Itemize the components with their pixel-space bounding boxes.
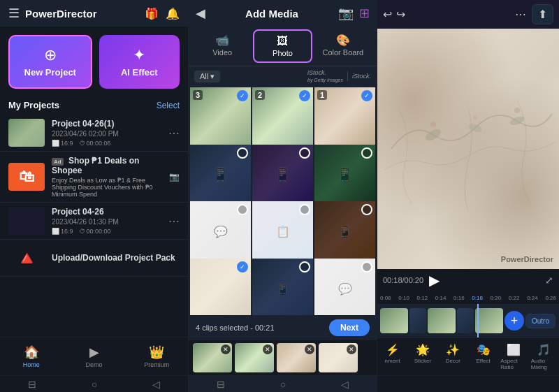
tab-video[interactable]: 📹 Video <box>194 29 250 63</box>
tool-nment[interactable]: ⚡ nment <box>377 341 407 372</box>
clip-thumb[interactable]: ✕ <box>193 343 232 372</box>
project-meta: ⬜ 16:9 ⏱ 00:00:06 <box>52 140 161 147</box>
add-clip-button[interactable]: + <box>504 311 524 331</box>
redo-button[interactable]: ↪ <box>396 8 405 21</box>
cell-checkbox[interactable] <box>299 261 310 273</box>
cell-checkbox[interactable]: ✓ <box>361 90 372 101</box>
clips-info: 4 clips selected - 00:21 <box>196 324 275 332</box>
cell-checkbox[interactable] <box>237 204 248 215</box>
hamburger-icon[interactable]: ☰ <box>8 6 20 21</box>
cell-checkbox[interactable] <box>237 147 248 159</box>
play-button[interactable]: ▶ <box>429 272 440 289</box>
gift-icon[interactable]: 🎁 <box>145 7 159 20</box>
clip-remove-button[interactable]: ✕ <box>263 344 273 354</box>
panel-title: Add Media <box>211 8 333 20</box>
camera-button[interactable]: 📷 <box>338 6 354 21</box>
android-back-icon-2[interactable]: ◁ <box>341 379 349 390</box>
project-thumbnail: 🔺 <box>8 244 45 272</box>
photo-cell[interactable]: 📋 <box>252 201 313 262</box>
photo-cell[interactable]: 💬 <box>314 259 375 316</box>
android-menu-icon[interactable]: ⊟ <box>28 379 36 390</box>
tab-color-board[interactable]: 🎨 Color Board <box>315 29 371 63</box>
project-name: Ad Shop ₱1 Deals on Shopee <box>52 156 162 175</box>
filter-all-dropdown[interactable]: All ▾ <box>194 71 220 82</box>
right-header: ↩ ↪ ⋯ ⬆ <box>377 0 559 29</box>
export-button[interactable]: ⬆ <box>532 4 553 24</box>
clip-thumb[interactable]: ✕ <box>235 343 274 372</box>
outro-button[interactable]: Outro <box>525 314 556 328</box>
tool-aspect-ratio[interactable]: ⬜ Aspect Ratio <box>498 341 528 372</box>
color-board-label: Color Board <box>322 48 363 57</box>
android-menu-icon-2[interactable]: ⊟ <box>217 379 225 390</box>
photo-cell[interactable]: 📱 <box>252 145 313 205</box>
tab-photo[interactable]: 🖼 Photo <box>253 29 312 63</box>
android-back-icon[interactable]: ◁ <box>152 379 160 390</box>
project-more-icon[interactable]: ⋯ <box>168 126 180 140</box>
ruler-marks: 0:08 0:10 0:12 0:14 0:16 0:18 0:20 0:22 … <box>380 295 556 301</box>
project-name: Project 04-26 <box>52 207 161 217</box>
android-home-icon-2[interactable]: ○ <box>280 379 286 390</box>
cell-checkbox[interactable]: ✓ <box>299 90 310 101</box>
photo-cell[interactable]: 📱 <box>314 145 375 205</box>
clip-remove-button[interactable]: ✕ <box>221 344 231 354</box>
my-projects-title: My Projects <box>8 100 59 110</box>
photo-cell[interactable]: ✓ <box>190 259 251 316</box>
photo-cell[interactable]: 1 ✓ <box>314 87 375 148</box>
android-home-icon[interactable]: ○ <box>92 379 97 390</box>
nav-premium[interactable]: 👑 Premium <box>125 342 188 371</box>
list-item[interactable]: 🔺 Upload/Download Project Pack <box>0 240 188 277</box>
photo-cell[interactable]: 2 ✓ <box>252 87 313 148</box>
photo-cell[interactable]: 3 ✓ <box>190 87 251 148</box>
fullscreen-button[interactable]: ⤢ <box>545 275 553 286</box>
list-item[interactable]: 🛍 Ad Shop ₱1 Deals on Shopee Enjoy Deals… <box>0 152 188 203</box>
tool-decor[interactable]: ✨ Decor <box>438 341 468 372</box>
cell-checkbox[interactable] <box>361 261 372 273</box>
new-project-button[interactable]: ⊕ New Project <box>8 35 92 89</box>
cell-checkbox[interactable]: ✓ <box>237 90 248 101</box>
track-clip[interactable] <box>428 308 456 333</box>
track-clip[interactable] <box>457 308 474 333</box>
tool-audio-mixing[interactable]: 🎵 Audio Mixing <box>529 341 559 372</box>
list-item[interactable]: Project 04-26(1) 2023/04/26 02:00 PM ⬜ 1… <box>0 115 188 152</box>
project-name: Project 04-26(1) <box>52 119 161 129</box>
cell-checkbox[interactable] <box>299 147 310 159</box>
photo-cell[interactable]: 📱 <box>314 201 375 262</box>
notification-icon[interactable]: 🔔 <box>166 7 180 20</box>
cell-checkbox[interactable]: ✓ <box>237 261 248 273</box>
ruler-mark: 0:26 <box>545 295 556 301</box>
photo-cell[interactable]: 📱 <box>190 145 251 205</box>
decor-icon: ✨ <box>446 343 460 356</box>
clip-thumb[interactable]: ✕ <box>277 343 316 372</box>
clip-thumb[interactable]: ✕ <box>319 343 358 372</box>
track-clip[interactable] <box>380 308 408 333</box>
video-tab-label: Video <box>212 48 232 57</box>
ai-effect-button[interactable]: ✦ AI Effect <box>99 35 180 89</box>
nav-home[interactable]: 🏠 Home <box>0 342 63 371</box>
cell-checkbox[interactable] <box>361 147 372 159</box>
list-item[interactable]: Project 04-26 2023/04/26 01:30 PM ⬜ 16:9… <box>0 203 188 240</box>
clip-remove-button[interactable]: ✕ <box>347 344 356 354</box>
next-button[interactable]: Next <box>329 319 370 336</box>
more-options-icon[interactable]: ⋯ <box>515 8 526 21</box>
track-clip[interactable] <box>409 308 426 333</box>
back-button[interactable]: ◀ <box>196 6 205 21</box>
ai-effect-label: AI Effect <box>121 67 158 78</box>
preview-watermark: PowerDirector <box>501 255 553 263</box>
project-info: Upload/Download Project Pack <box>52 253 180 263</box>
undo-button[interactable]: ↩ <box>383 8 392 21</box>
cell-checkbox[interactable] <box>299 204 310 215</box>
filter-button[interactable]: ⊞ <box>359 6 370 21</box>
clip-remove-button[interactable]: ✕ <box>305 344 314 354</box>
nav-demo[interactable]: ▶ Demo <box>63 342 126 371</box>
tool-effect[interactable]: 🎭 Effect <box>468 341 498 372</box>
cell-checkbox[interactable] <box>361 204 372 215</box>
select-button[interactable]: Select <box>157 101 180 110</box>
photo-cell[interactable]: 📱 <box>252 259 313 316</box>
shopee-logo: 🛍 <box>19 168 34 186</box>
ruler-mark: 0:10 <box>398 295 409 301</box>
tool-sticker[interactable]: 🌟 Sticker <box>407 341 437 372</box>
photo-cell[interactable]: 💬 <box>190 201 251 262</box>
track-clip[interactable] <box>475 308 503 333</box>
camera-icon: 📷 <box>169 172 180 182</box>
project-more-icon[interactable]: ⋯ <box>168 215 180 228</box>
